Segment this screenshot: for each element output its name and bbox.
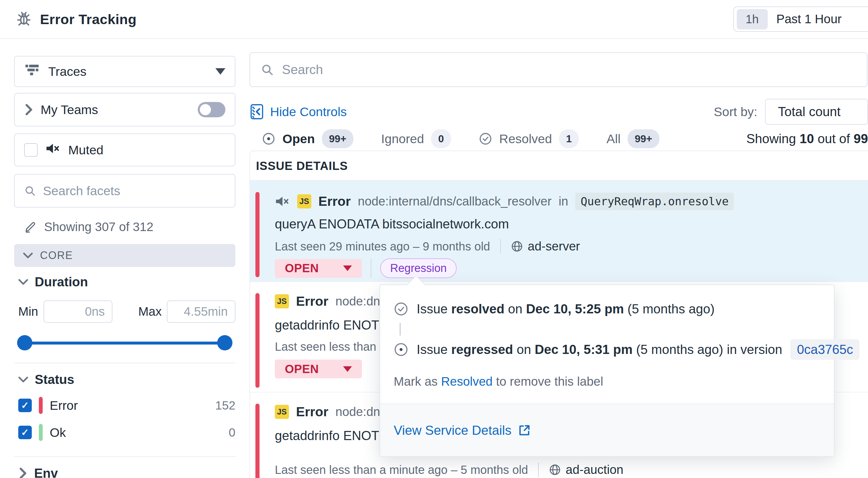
facet-summary: Showing 307 of 312 (14, 220, 236, 234)
tab-all-label: All (607, 132, 621, 146)
chevron-down-icon (18, 278, 28, 286)
error-label: Error (50, 398, 78, 413)
core-section-header[interactable]: CORE (14, 244, 236, 267)
issue-location: node:dn (335, 294, 380, 308)
max-input-box (167, 301, 236, 323)
duration-label: Duration (35, 275, 88, 289)
issue-card[interactable]: JS Error node:internal/dns/callback_reso… (250, 181, 868, 282)
timeline-connector (400, 323, 401, 336)
sort-by-select[interactable]: Total count (765, 99, 868, 125)
issue-search[interactable] (249, 52, 867, 87)
resolved-event-text: Issue resolved on Dec 10, 5:25 pm (5 mon… (416, 302, 715, 316)
muted-checkbox[interactable] (24, 143, 38, 157)
popover-footer: View Service Details (380, 404, 834, 456)
status-facet-header[interactable]: Status (14, 372, 236, 387)
collapse-panel-icon (249, 103, 264, 120)
regressed-event-text: Issue regressed on Dec 10, 5:31 pm (5 mo… (416, 342, 782, 357)
duration-max-input[interactable] (175, 305, 228, 319)
facet-search[interactable] (14, 174, 236, 208)
status-label: Status (35, 372, 74, 387)
dot-circle-icon (262, 132, 275, 145)
source-selector[interactable]: Traces (14, 56, 236, 87)
error-severity-bar (255, 404, 259, 478)
issue-status-label: OPEN (285, 363, 319, 376)
chevron-down-icon (18, 376, 28, 383)
external-link-icon (518, 424, 531, 437)
divider (371, 259, 371, 278)
slider-handle-min[interactable] (17, 335, 32, 350)
tab-resolved[interactable]: Resolved 1 (479, 127, 579, 150)
divider (14, 363, 236, 363)
chevron-right-icon (18, 467, 27, 478)
js-runtime-icon: JS (275, 294, 289, 308)
issue-last-seen: Last seen less than (275, 340, 376, 353)
regression-popover: Issue resolved on Dec 10, 5:25 pm (5 mon… (379, 284, 834, 457)
issue-type: Error (318, 194, 351, 209)
issue-service: ad-auction (549, 463, 623, 477)
issue-status-dropdown[interactable]: OPEN (275, 360, 362, 378)
controls-row: Hide Controls Sort by: Total count (249, 97, 868, 127)
globe-icon (511, 240, 523, 252)
issue-location: node:dn (335, 405, 380, 419)
issue-service: ad-server (511, 239, 580, 253)
slider-handle-max[interactable] (217, 335, 232, 350)
tab-all[interactable]: All 99+ (607, 127, 659, 150)
in-word: in (558, 194, 568, 208)
facet-search-input[interactable] (43, 184, 225, 198)
issue-status-label: OPEN (285, 262, 319, 275)
min-input-box (43, 301, 113, 323)
check-circle-icon (394, 302, 408, 316)
my-teams-toggle[interactable] (198, 102, 225, 117)
time-range-badge: 1h (737, 9, 768, 29)
panel-title: ISSUE DETAILS (250, 151, 868, 181)
tab-ignored-label: Ignored (381, 132, 424, 146)
my-teams-label: My Teams (41, 103, 98, 117)
muted-filter[interactable]: Muted (14, 133, 236, 166)
time-range-picker[interactable]: 1h Past 1 Hour (733, 6, 868, 32)
regressed-event-row: Issue regressed on Dec 10, 5:31 pm (5 mo… (394, 339, 860, 360)
view-service-details-link[interactable]: View Service Details (394, 423, 531, 438)
tab-ignored[interactable]: Ignored 0 (381, 127, 451, 150)
globe-icon (549, 464, 561, 476)
chevron-down-icon (23, 252, 33, 259)
dot-circle-icon (394, 342, 408, 357)
issue-function-chip: QueryReqWrap.onresolve (575, 193, 734, 210)
duration-min-input[interactable] (51, 305, 105, 319)
page-title: Error Tracking (40, 11, 136, 27)
status-option-ok[interactable]: ✓ Ok 0 (14, 424, 236, 441)
ok-checkbox[interactable]: ✓ (18, 426, 32, 439)
issue-search-input[interactable] (282, 62, 856, 77)
tab-open[interactable]: Open 99+ (262, 127, 353, 150)
muted-speaker-icon (275, 195, 290, 208)
version-chip[interactable]: 0ca3765c (790, 339, 860, 360)
tab-resolved-count: 1 (559, 129, 579, 148)
bug-icon (15, 10, 32, 28)
hide-controls-button[interactable]: Hide Controls (249, 103, 347, 120)
issue-status-dropdown[interactable]: OPEN (275, 259, 362, 278)
service-name: ad-server (528, 239, 580, 253)
check-circle-icon (479, 132, 492, 145)
slider-track[interactable] (21, 342, 228, 345)
chevron-right-icon (24, 103, 33, 116)
duration-facet-header[interactable]: Duration (14, 275, 236, 289)
mark-as-resolved-hint: Mark as Resolved to remove this label (394, 375, 603, 389)
my-teams-section[interactable]: My Teams (14, 93, 236, 127)
caret-down-icon (343, 266, 352, 271)
search-icon (261, 63, 274, 76)
js-runtime-icon: JS (297, 194, 311, 208)
resolved-link[interactable]: Resolved (441, 375, 493, 388)
error-checkbox[interactable]: ✓ (18, 399, 32, 412)
showing-summary: Showing 10 out of 99+ issues (746, 131, 868, 146)
ok-color-bar (39, 424, 43, 441)
view-service-details-label: View Service Details (394, 423, 512, 438)
error-severity-bar (255, 293, 259, 388)
env-facet-header[interactable]: Env (14, 457, 236, 478)
muted-label: Muted (68, 143, 103, 157)
regression-badge[interactable]: Regression (380, 259, 457, 278)
env-label: Env (34, 466, 58, 478)
duration-slider[interactable] (17, 335, 232, 351)
chevron-down-icon (215, 68, 225, 75)
status-option-error[interactable]: ✓ Error 152 (14, 397, 236, 414)
facet-summary-text: Showing 307 of 312 (44, 220, 153, 234)
tab-open-label: Open (282, 132, 315, 146)
